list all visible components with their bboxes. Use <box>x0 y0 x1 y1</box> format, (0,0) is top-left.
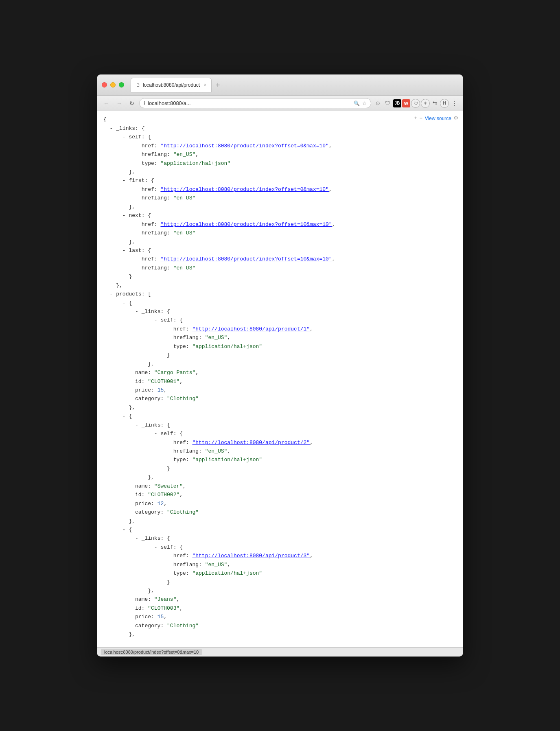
tab-bar: 🗋 localhost:8080/api/product × + <box>131 78 458 92</box>
asterisk-button[interactable]: ✳ <box>421 99 430 108</box>
forward-button[interactable]: → <box>114 98 125 108</box>
shield-button[interactable]: 🛡 <box>411 99 420 108</box>
tab-page-icon: 🗋 <box>136 83 140 88</box>
back-icon: ← <box>103 100 109 107</box>
active-tab[interactable]: 🗋 localhost:8080/api/product × <box>131 78 212 92</box>
statusbar: localhost:8080/product/index?offset=0&ma… <box>97 647 463 657</box>
address-bar[interactable]: ℹ localhost:8080/a... 🔍 ☆ <box>139 98 371 108</box>
new-tab-button[interactable]: + <box>213 81 223 89</box>
traffic-lights <box>102 82 124 88</box>
extension-button-2[interactable]: 🛡 <box>383 98 392 108</box>
gear-icon: ⚙ <box>454 114 458 122</box>
json-content: { - _links: { - self: { href: "http://lo… <box>103 115 457 639</box>
browser-window: 🗋 localhost:8080/api/product × + ← → ↻ ℹ… <box>97 74 463 656</box>
maximize-button[interactable] <box>119 82 124 88</box>
minus-icon: − <box>420 114 422 122</box>
bookmark-icon: ☆ <box>362 101 367 106</box>
content-area: + − View source ⚙ { - _links: { - self: … <box>97 111 463 647</box>
address-text: localhost:8080/a... <box>148 100 351 106</box>
info-icon: ℹ <box>144 101 145 106</box>
tab-title: localhost:8080/api/product <box>143 82 200 88</box>
refresh-button[interactable]: ↻ <box>127 98 137 108</box>
content-toolbar: + − View source ⚙ <box>414 114 458 122</box>
search-icon: 🔍 <box>354 101 360 106</box>
w-badge[interactable]: W <box>402 99 410 107</box>
menu-button[interactable]: ⋮ <box>450 98 459 108</box>
tab-close-button[interactable]: × <box>204 83 206 87</box>
close-button[interactable] <box>102 82 107 88</box>
titlebar: 🗋 localhost:8080/api/product × + <box>97 74 463 96</box>
plus-icon: + <box>414 114 417 122</box>
h-button[interactable]: H <box>440 99 449 108</box>
jetbrains-badge[interactable]: JB <box>393 99 401 107</box>
minimize-button[interactable] <box>110 82 116 88</box>
view-source-button[interactable]: View source <box>425 116 451 121</box>
navbar: ← → ↻ ℹ localhost:8080/a... 🔍 ☆ ⊙ 🛡 JB W… <box>97 96 463 111</box>
refresh-icon: ↻ <box>129 100 134 107</box>
back-forward-button[interactable]: ⇆ <box>431 98 439 108</box>
status-url: localhost:8080/product/index?offset=0&ma… <box>101 649 202 655</box>
extension-button-1[interactable]: ⊙ <box>374 98 382 108</box>
nav-actions: ⊙ 🛡 JB W 🛡 ✳ ⇆ H ⋮ <box>374 98 459 108</box>
back-button[interactable]: ← <box>101 98 112 108</box>
forward-icon: → <box>116 100 122 107</box>
